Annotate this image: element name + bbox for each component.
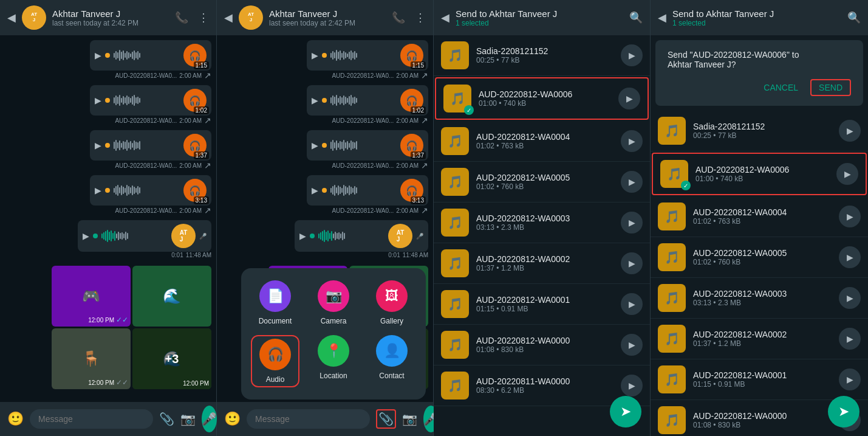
img-thumb-2[interactable]: 🪑 12:00 PM✓✓ <box>52 328 131 389</box>
audio-list-item-7[interactable]: 🎵 AUD-20220812-WA0000 01:08 • 830 kB ▶ <box>434 325 650 365</box>
sendto-subtitle-1: 1 selected <box>456 19 623 27</box>
audio-meta-0: 00:25 • 77 kB <box>476 56 613 64</box>
sendto-title-1: Send to Akhtar Tanveer J <box>456 9 623 19</box>
audio-play-2[interactable]: ▶ <box>621 130 643 152</box>
audio-name-2: AUD-20220812-WA0004 <box>476 132 613 142</box>
back-icon-1[interactable]: ◀ <box>7 11 16 24</box>
audio-play2-4[interactable]: ▶ <box>839 287 861 309</box>
confirm-dialog: Send "AUD-20220812-WA0006" toAkhtar Tanv… <box>655 40 863 106</box>
audio-list2-item-3[interactable]: 🎵 AUD-20220812-WA0005 01:02 • 760 kB ▶ <box>651 237 868 278</box>
audio-name-5: AUD-20220812-WA0002 <box>476 254 613 264</box>
audio-dot-1 <box>105 98 110 103</box>
attach-item-location[interactable]: 📍 Location <box>309 335 358 387</box>
emoji-icon-2[interactable]: 🙂 <box>224 411 241 427</box>
msg-time-0: AUD-20220812-WA0... <box>115 72 177 79</box>
search-icon-2[interactable]: 🔍 <box>847 11 861 24</box>
contact-label: Contact <box>379 372 404 380</box>
audio-list-item-6[interactable]: 🎵 AUD-20220812-WA0001 01:15 • 0.91 MB ▶ <box>434 284 650 325</box>
play-icon-2[interactable]: ▶ <box>95 140 101 150</box>
share-icon-1[interactable]: ↗ <box>204 116 211 125</box>
audio-meta-7: 01:08 • 830 kB <box>476 345 613 354</box>
send-button[interactable]: SEND <box>810 79 851 96</box>
document-icon: 📄 <box>259 280 291 312</box>
audio-play2-1[interactable]: ▶ <box>836 163 858 185</box>
message-input-2[interactable] <box>247 409 370 429</box>
live-avatar: ATJ <box>171 224 196 248</box>
audio-list2-item-2[interactable]: 🎵 AUD-20220812-WA0004 01:02 • 763 kB ▶ <box>651 196 868 237</box>
more-icon-1[interactable]: ⋮ <box>198 11 209 24</box>
attach-item-contact[interactable]: 👤 Contact <box>367 335 416 387</box>
emoji-icon-1[interactable]: 🙂 <box>7 411 24 427</box>
audio-play2-5[interactable]: ▶ <box>839 328 861 350</box>
audio-dot-2 <box>105 143 110 148</box>
attach-item-camera[interactable]: 📷 Camera <box>309 280 358 325</box>
attachment-menu: 📄 Document 📷 Camera 🖼 Gallery 🎧 Audio 📍 … <box>241 268 426 400</box>
img-thumb-0[interactable]: 🎮 12:00 PM✓✓ <box>52 266 131 327</box>
img-thumb-3[interactable]: 🌊 +3 12:00 PM <box>132 328 211 389</box>
attach-item-gallery[interactable]: 🖼 Gallery <box>367 280 416 325</box>
audio-list-item-5[interactable]: 🎵 AUD-20220812-WA0002 01:37 • 1.2 MB ▶ <box>434 243 650 284</box>
audio-play2-2[interactable]: ▶ <box>839 206 861 227</box>
play-icon-live[interactable]: ▶ <box>83 231 89 241</box>
play-icon-3[interactable]: ▶ <box>95 185 101 195</box>
audio-list2-item-5[interactable]: 🎵 AUD-20220812-WA0002 01:37 • 1.2 MB ▶ <box>651 319 868 359</box>
attach-item-document[interactable]: 📄 Document <box>251 280 299 325</box>
search-icon-1[interactable]: 🔍 <box>629 11 643 24</box>
audio-play-8[interactable]: ▶ <box>621 375 643 396</box>
play-icon-0[interactable]: ▶ <box>95 50 101 60</box>
audio-play-1[interactable]: ▶ <box>618 88 640 109</box>
audio-list-item-3[interactable]: 🎵 AUD-20220812-WA0005 01:02 • 760 kB ▶ <box>434 162 650 202</box>
input-bar-1: 🙂 📎 📷 🎤 <box>0 402 216 436</box>
attach-item-audio[interactable]: 🎧 Audio <box>251 335 299 387</box>
audio-name-7: AUD-20220812-WA0000 <box>476 336 613 345</box>
live-dot <box>93 234 98 238</box>
attach-icon-1[interactable]: 📎 <box>159 412 174 426</box>
audio-msg-live: ▶ ATJ 🎤 0:0111:48 AM <box>5 220 211 261</box>
share-icon-3[interactable]: ↗ <box>204 206 211 215</box>
play-icon-1[interactable]: ▶ <box>95 95 101 105</box>
contact-status-2: last seen today at 2:42 PM <box>269 19 386 27</box>
audio-play-4[interactable]: ▶ <box>621 212 643 234</box>
sendto-title-2: Send to Akhtar Tanveer J <box>672 9 841 19</box>
audio-bubble-0[interactable]: ▶ 🎧 1:15 <box>90 40 211 71</box>
audio-play2-0[interactable]: ▶ <box>839 120 861 142</box>
audio-name-3: AUD-20220812-WA0005 <box>476 173 613 182</box>
call-icon-2[interactable]: 📞 <box>392 11 405 24</box>
back-icon-2[interactable]: ◀ <box>224 11 233 24</box>
sendto-back-2[interactable]: ◀ <box>658 11 666 24</box>
audio-list2-item-6[interactable]: 🎵 AUD-20220812-WA0001 01:15 • 0.91 MB ▶ <box>651 359 868 400</box>
camera-icon-2[interactable]: 📷 <box>402 412 417 426</box>
send-fab-2[interactable]: ➤ <box>828 396 859 427</box>
waveform-2 <box>114 140 180 151</box>
camera-icon-1[interactable]: 📷 <box>180 412 196 426</box>
audio-list2-item-1[interactable]: 🎵 ✓ AUD-20220812-WA0006 01:00 • 740 kB ▶ <box>652 153 867 195</box>
audio-play-5[interactable]: ▶ <box>621 252 643 274</box>
message-input-1[interactable] <box>30 409 153 429</box>
audio-name-0: Sadia-2208121152 <box>476 46 613 56</box>
mic-button-1[interactable]: 🎤 <box>202 406 217 432</box>
audio-play-0[interactable]: ▶ <box>621 44 643 66</box>
more-icon-2[interactable]: ⋮ <box>415 11 426 24</box>
audio-list-item-1[interactable]: 🎵 ✓ AUD-20220812-WA0006 01:00 • 740 kB ▶ <box>435 77 649 120</box>
share-icon-2[interactable]: ↗ <box>204 161 211 170</box>
cancel-button[interactable]: CANCEL <box>764 79 798 96</box>
call-icon-1[interactable]: 📞 <box>175 11 188 24</box>
audio-list2-item-0[interactable]: 🎵 Sadia-2208121152 00:25 • 77 kB ▶ <box>651 111 868 151</box>
sendto-back-1[interactable]: ◀ <box>441 11 449 24</box>
audio-play-6[interactable]: ▶ <box>621 293 643 315</box>
attach-icon-2-highlighted[interactable]: 📎 <box>376 409 396 429</box>
audio-play-3[interactable]: ▶ <box>621 171 643 193</box>
img-thumb-1[interactable]: 🌊 <box>132 266 211 327</box>
audio-list-item-2[interactable]: 🎵 AUD-20220812-WA0004 01:02 • 763 kB ▶ <box>434 121 650 162</box>
audio-list-item-4[interactable]: 🎵 AUD-20220812-WA0003 03:13 • 2.3 MB ▶ <box>434 202 650 243</box>
waveform-live <box>101 230 168 242</box>
audio-list-item-0[interactable]: 🎵 Sadia-2208121152 00:25 • 77 kB ▶ <box>434 35 650 76</box>
audio-list2-item-4[interactable]: 🎵 AUD-20220812-WA0003 03:13 • 2.3 MB ▶ <box>651 278 868 319</box>
chat-header-1: ◀ ATJ Akhtar Tanveer J last seen today a… <box>0 0 216 35</box>
send-fab-1[interactable]: ➤ <box>610 396 641 427</box>
audio-play-7[interactable]: ▶ <box>621 334 643 356</box>
share-icon-0[interactable]: ↗ <box>204 71 211 80</box>
audio-play2-6[interactable]: ▶ <box>839 369 861 390</box>
audio-play2-3[interactable]: ▶ <box>839 246 861 268</box>
play-icon-p2-0[interactable]: ▶ <box>312 50 318 60</box>
